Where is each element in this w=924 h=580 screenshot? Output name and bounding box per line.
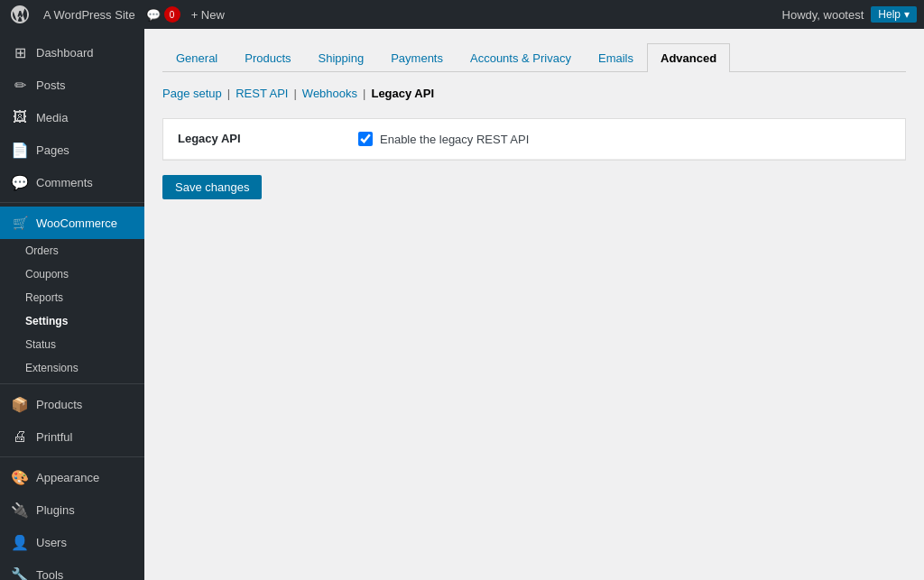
admin-bar: A WordPress Site 💬 0 + New Howdy, wootes… [0,0,924,29]
sidebar-item-users[interactable]: 👤 Users [0,526,144,558]
tab-general[interactable]: General [162,43,231,72]
media-icon: 🖼 [11,108,29,126]
sidebar-item-media[interactable]: 🖼 Media [0,101,144,133]
plugins-icon: 🔌 [11,501,29,519]
subtab-page-setup[interactable]: Page setup [162,87,222,100]
sidebar-item-pages[interactable]: 📄 Pages [0,133,144,166]
sidebar-item-comments[interactable]: 💬 Comments [0,166,144,198]
legacy-api-label: Legacy API [163,119,344,160]
sidebar-item-posts[interactable]: ✏ Posts [0,69,144,101]
legacy-api-checkbox[interactable] [358,132,373,146]
main-content: General Products Shipping Payments Accou… [144,29,924,580]
subtabs: Page setup | REST API | Webhooks | Legac… [162,87,906,100]
sidebar-item-woocommerce[interactable]: 🛒 WooCommerce [0,207,144,239]
layout: ⊞ Dashboard ✏ Posts 🖼 Media 📄 Pages 💬 Co… [0,29,924,580]
pages-icon: 📄 [11,141,29,159]
sidebar: ⊞ Dashboard ✏ Posts 🖼 Media 📄 Pages 💬 Co… [0,29,144,580]
submenu-reports[interactable]: Reports [0,286,144,309]
comments-count: 0 [164,6,180,23]
posts-icon: ✏ [11,76,29,94]
subtab-rest-api[interactable]: REST API [236,87,288,100]
tools-icon: 🔧 [11,566,29,580]
submenu-coupons[interactable]: Coupons [0,262,144,286]
subtab-legacy-api[interactable]: Legacy API [371,87,434,100]
sidebar-item-plugins[interactable]: 🔌 Plugins [0,493,144,526]
products-icon: 📦 [11,395,29,413]
submenu-extensions[interactable]: Extensions [0,356,144,380]
legacy-api-checkbox-row: Enable the legacy REST API [358,132,891,146]
adminbar-site[interactable]: A WordPress Site [36,0,143,29]
legacy-api-checkbox-label[interactable]: Enable the legacy REST API [380,133,529,146]
wp-logo[interactable] [7,2,32,27]
tab-payments[interactable]: Payments [377,43,457,72]
woocommerce-submenu: Orders Coupons Reports Settings Status E… [0,239,144,380]
printful-icon: 🖨 [11,428,29,446]
submenu-settings[interactable]: Settings [0,309,144,333]
sidebar-item-dashboard[interactable]: ⊞ Dashboard [0,36,144,69]
submenu-orders[interactable]: Orders [0,239,144,262]
save-changes-button[interactable]: Save changes [162,175,262,199]
tab-emails[interactable]: Emails [585,43,647,72]
help-button[interactable]: Help ▾ [871,6,917,23]
submenu-status[interactable]: Status [0,333,144,356]
woocommerce-icon: 🛒 [11,214,29,232]
sidebar-item-tools[interactable]: 🔧 Tools [0,558,144,580]
comments-icon: 💬 [11,173,29,191]
subtab-webhooks[interactable]: Webhooks [302,87,357,100]
sidebar-item-printful[interactable]: 🖨 Printful [0,420,144,453]
sidebar-item-appearance[interactable]: 🎨 Appearance [0,461,144,493]
legacy-api-row: Legacy API Enable the legacy REST API [163,119,905,160]
legacy-api-field: Enable the legacy REST API [344,119,905,160]
adminbar-new[interactable]: + New [184,0,232,29]
settings-content: Legacy API Enable the legacy REST API [162,118,906,161]
settings-table: Legacy API Enable the legacy REST API [163,119,905,160]
tab-products[interactable]: Products [231,43,304,72]
main-area: General Products Shipping Payments Accou… [144,29,924,580]
tab-shipping[interactable]: Shipping [305,43,378,72]
dashboard-icon: ⊞ [11,43,29,61]
settings-tabs: General Products Shipping Payments Accou… [162,43,906,72]
tab-accounts[interactable]: Accounts & Privacy [457,43,585,72]
howdy-text: Howdy, wootest [782,8,864,22]
users-icon: 👤 [11,533,29,551]
appearance-icon: 🎨 [11,468,29,486]
sidebar-item-products[interactable]: 📦 Products [0,388,144,420]
adminbar-comments[interactable]: 💬 0 [146,6,180,23]
tab-advanced[interactable]: Advanced [647,43,730,72]
adminbar-right: Howdy, wootest Help ▾ [782,6,917,23]
